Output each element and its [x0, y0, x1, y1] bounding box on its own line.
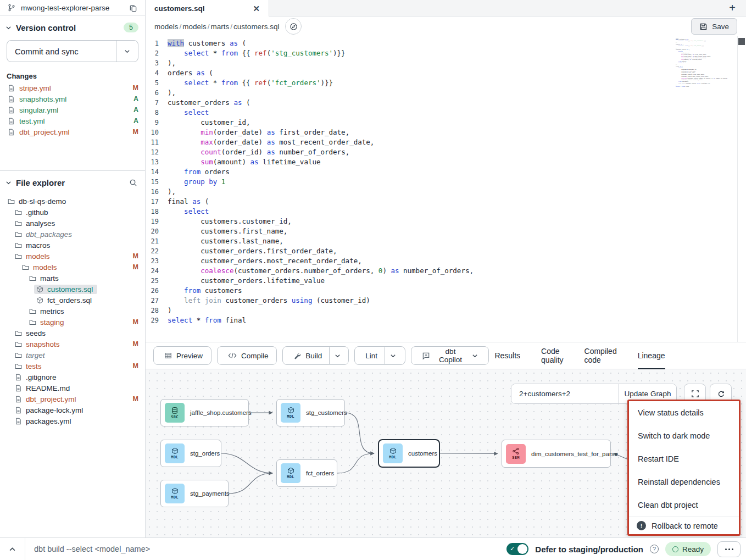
- save-button[interactable]: Save: [691, 18, 737, 35]
- tree-item-package-lock.yml[interactable]: package-lock.yml: [0, 404, 145, 415]
- code-line: 15 group by 1: [146, 177, 746, 187]
- tree-item-seeds[interactable]: seeds: [0, 328, 145, 339]
- tab-compiled-code[interactable]: Compiled code: [584, 342, 617, 369]
- change-row[interactable]: singular.yml A: [0, 104, 145, 115]
- menu-item-rollback-to-remote[interactable]: ! Rollback to remote: [629, 517, 739, 534]
- tree-item-macros[interactable]: macros: [0, 240, 145, 251]
- line-number: 29: [146, 315, 168, 325]
- lint-button[interactable]: Lint: [354, 346, 405, 365]
- status-circle-icon: [672, 546, 678, 552]
- tree-item-fct_orders.sql[interactable]: fct_orders.sql: [0, 295, 145, 306]
- tree-item-marts[interactable]: marts: [0, 273, 145, 284]
- lineage-node-customers[interactable]: MDL customers: [378, 439, 440, 468]
- lineage-node-stg_payments[interactable]: MDL stg_payments: [160, 480, 229, 507]
- tree-item-.github[interactable]: .github: [0, 207, 145, 218]
- line-number: 1: [146, 38, 168, 48]
- tab-code-quality[interactable]: Code quality: [541, 342, 563, 369]
- help-icon[interactable]: ?: [650, 545, 659, 553]
- file-icon: [15, 385, 22, 392]
- node-label: customers: [408, 450, 437, 457]
- file-icon: [8, 107, 15, 114]
- tree-item-analyses[interactable]: analyses: [0, 218, 145, 229]
- tree-item-snapshots[interactable]: snapshots M: [0, 339, 145, 350]
- tree-item-target[interactable]: target: [0, 350, 145, 361]
- wrench-icon: [293, 352, 301, 359]
- commit-and-sync-label[interactable]: Commit and sync: [7, 41, 116, 62]
- defer-toggle[interactable]: ✓: [506, 543, 528, 555]
- lineage-node-dim_customers_test_for_parse[interactable]: SEM dim_customers_test_for_parse: [502, 440, 611, 468]
- change-row[interactable]: snapshots.yml A: [0, 93, 145, 104]
- exclamation-icon: !: [637, 521, 646, 530]
- tree-item-.gitignore[interactable]: .gitignore: [0, 372, 145, 382]
- tree-item-label: customers.sql: [47, 285, 93, 293]
- tree-item-db-sl-qs-demo[interactable]: db-sl-qs-demo: [0, 196, 145, 207]
- lineage-node-fct_orders[interactable]: MDL fct_orders: [276, 459, 337, 487]
- build-button[interactable]: Build: [282, 346, 349, 365]
- tree-item-customers.sql[interactable]: customers.sql: [0, 284, 145, 295]
- ide-options-context-menu: View status detailsSwitch to dark modeRe…: [627, 400, 741, 536]
- code-editor[interactable]: 1with customers as (2 select * from {{ r…: [146, 36, 746, 342]
- tree-item-metrics[interactable]: metrics: [0, 306, 145, 317]
- tree-item-packages.yml[interactable]: packages.yml: [0, 415, 145, 426]
- tab-lineage[interactable]: Lineage: [638, 342, 665, 369]
- search-icon[interactable]: [128, 178, 138, 188]
- lineage-node-stg_customers[interactable]: MDL stg_customers: [276, 399, 345, 426]
- file-explorer-header[interactable]: File explorer: [0, 171, 145, 192]
- dbt-copilot-button[interactable]: dbt Copilot: [411, 346, 489, 365]
- lineage-node-stg_orders[interactable]: MDL stg_orders: [160, 440, 221, 467]
- copy-branch-icon[interactable]: [128, 3, 138, 13]
- compile-button[interactable]: Compile: [217, 346, 277, 365]
- tree-item-dbt_project.yml[interactable]: dbt_project.yml M: [0, 393, 145, 404]
- tree-item-models[interactable]: models M: [0, 262, 145, 273]
- new-tab-button[interactable]: +: [719, 0, 746, 16]
- lineage-node-jaffle_shop.customers[interactable]: SRC jaffle_shop.customers: [160, 399, 249, 426]
- code-line: 3),: [146, 58, 746, 68]
- version-control-header[interactable]: Version control 5: [0, 16, 145, 37]
- build-options-caret[interactable]: [329, 347, 345, 364]
- lineage-panel[interactable]: SRC jaffle_shop.customers MDL stg_custom…: [146, 369, 746, 537]
- breadcrumb-segment[interactable]: models: [182, 23, 207, 31]
- change-row[interactable]: dbt_project.yml M: [0, 126, 145, 137]
- edge-stg_customers-to-customers: [345, 413, 374, 453]
- commit-and-sync-button[interactable]: Commit and sync: [7, 40, 138, 62]
- line-number: 10: [146, 127, 168, 137]
- scrollbar-thumb[interactable]: [738, 38, 745, 45]
- menu-item-switch-to-dark-mode[interactable]: Switch to dark mode: [629, 424, 739, 447]
- commit-options-caret[interactable]: [116, 41, 138, 62]
- more-options-button[interactable]: [717, 541, 741, 557]
- tree-item-README.md[interactable]: README.md: [0, 382, 145, 393]
- node-type-badge: MDL: [165, 443, 185, 463]
- change-row[interactable]: stripe.yml M: [0, 82, 145, 93]
- code-line: 18 select: [146, 207, 746, 217]
- menu-item-reinstall-dependencies[interactable]: Reinstall dependencies: [629, 470, 739, 494]
- breadcrumb-segment[interactable]: models: [154, 23, 179, 31]
- cube-icon: [389, 447, 397, 454]
- lineage-selector-input[interactable]: [511, 384, 619, 403]
- lint-options-caret[interactable]: [385, 347, 401, 364]
- close-tab-icon[interactable]: ✕: [253, 4, 260, 13]
- tab-results[interactable]: Results: [494, 342, 520, 369]
- tree-item-dbt_packages[interactable]: dbt_packages: [0, 229, 145, 240]
- tree-item-status: M: [133, 263, 138, 271]
- change-row[interactable]: test.yml A: [0, 115, 145, 126]
- tree-item-tests[interactable]: tests M: [0, 361, 145, 372]
- tree-item-label: marts: [40, 274, 59, 282]
- menu-item-view-status-details[interactable]: View status details: [629, 401, 739, 424]
- menu-item-clean-dbt-project[interactable]: Clean dbt project: [629, 494, 739, 517]
- editor-scrollbar[interactable]: [737, 36, 746, 342]
- tree-item-label: .gitignore: [26, 373, 57, 381]
- folder-icon: [15, 253, 22, 260]
- breadcrumb-segment[interactable]: customers.sql: [233, 23, 279, 31]
- tree-item-staging[interactable]: staging M: [0, 317, 145, 328]
- model-cube-icon: [36, 297, 43, 304]
- menu-item-restart-ide[interactable]: Restart IDE: [629, 447, 739, 470]
- file-explorer-title: File explorer: [16, 178, 65, 187]
- tree-item-models[interactable]: models M: [0, 251, 145, 262]
- line-number: 21: [146, 236, 168, 246]
- expand-command-bar-button[interactable]: [0, 538, 25, 560]
- explore-compass-button[interactable]: [285, 18, 302, 35]
- tab-customers-sql[interactable]: customers.sql ✕: [146, 0, 269, 16]
- breadcrumb-segment[interactable]: marts: [211, 23, 230, 31]
- command-input[interactable]: dbt build --select <model_name>: [34, 545, 150, 553]
- preview-button[interactable]: Preview: [153, 346, 211, 365]
